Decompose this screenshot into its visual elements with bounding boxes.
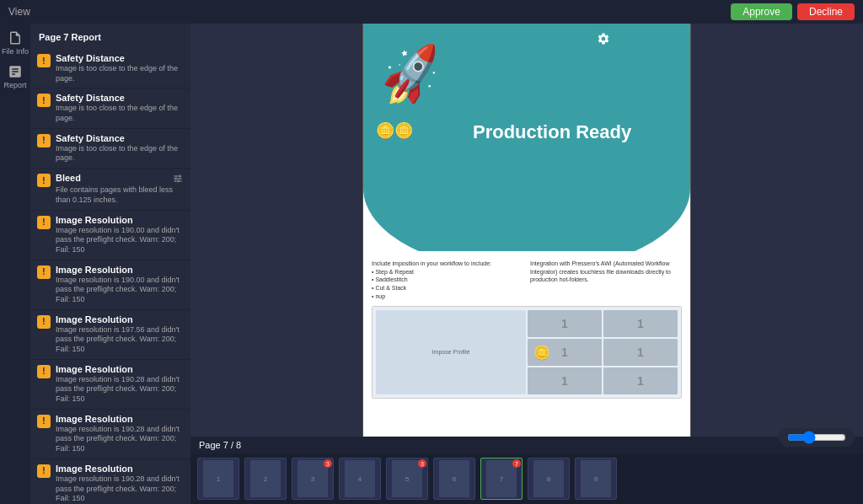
report-item-desc: Image resolution is 190.28 and didn't pa… bbox=[56, 375, 184, 405]
pdf-preview: PDF2PRESS 🚀 🪙🪙 Production Ready Include … bbox=[363, 24, 690, 437]
pdf-headline: Production Ready bbox=[473, 121, 682, 143]
report-item[interactable]: ! Safety Distance Image is too close to … bbox=[30, 88, 190, 128]
report-item-desc: Image resolution is 197.56 and didn't pa… bbox=[56, 325, 184, 355]
pdf-grid-cell: 1 bbox=[603, 310, 678, 337]
report-item-title: Image Resolution bbox=[56, 314, 184, 324]
zoom-bar bbox=[779, 428, 855, 447]
main-layout: File Info Report Page 7 Report ! Safety … bbox=[0, 24, 863, 504]
report-item-desc: Image resolution is 190.00 and didn't pa… bbox=[56, 276, 184, 305]
thumbnail-item[interactable]: 2 bbox=[244, 458, 287, 500]
warning-icon: ! bbox=[37, 174, 51, 187]
thumbnail-item[interactable]: 1 bbox=[197, 458, 239, 500]
thumbnail-item[interactable]: 4 bbox=[339, 458, 381, 500]
thumbnail-badge: 3 bbox=[324, 459, 332, 468]
page-bar: Page 7 / 8 bbox=[190, 437, 863, 453]
report-item-content: Safety Distance Image is too close to th… bbox=[56, 53, 184, 83]
thumbnail-badge: 7 bbox=[512, 459, 521, 468]
view-menu[interactable]: View bbox=[8, 6, 30, 18]
thumbnail-item[interactable]: 6 bbox=[433, 458, 475, 500]
report-item-title: Bleed bbox=[56, 173, 81, 183]
pdf-rocket: 🚀 bbox=[375, 40, 448, 110]
pdf-grid-cell: 1 bbox=[528, 367, 602, 394]
report-item-desc: File contains pages with bleed less than… bbox=[56, 185, 184, 205]
report-item[interactable]: ! Image Resolution Image resolution is 1… bbox=[30, 459, 190, 504]
pdf-bottom-content: Include imposition in your workflow to i… bbox=[363, 251, 690, 437]
pdf-col1-title: Include imposition in your workflow to i… bbox=[372, 260, 523, 268]
report-item-content: Image Resolution Image resolution is 197… bbox=[56, 314, 184, 355]
pdf-list-item: • Cut & Stack bbox=[372, 284, 523, 292]
pdf-grid: Impose Profile111111 bbox=[373, 307, 681, 398]
zoom-slider[interactable] bbox=[787, 431, 846, 444]
report-item[interactable]: ! Bleed File contains pages with bleed l… bbox=[30, 169, 190, 210]
page-image-container: PDF2PRESS 🚀 🪙🪙 Production Ready Include … bbox=[362, 24, 691, 437]
report-item-desc: Image is too close to the edge of the pa… bbox=[56, 144, 184, 164]
pdf-grid-cell: 1 bbox=[528, 310, 602, 337]
warning-icon: ! bbox=[37, 94, 51, 107]
sidebar-item-file-info[interactable]: File Info bbox=[2, 30, 29, 56]
report-item[interactable]: ! Image Resolution Image resolution is 1… bbox=[30, 360, 190, 410]
thumbnail-page-number: 2 bbox=[250, 460, 281, 497]
thumbnail-item[interactable]: 53 bbox=[386, 458, 428, 500]
pdf-col1-items: • Step & Repeat• Saddlestitch• Cut & Sta… bbox=[372, 268, 523, 301]
pdf-list-item: • Saddlestitch bbox=[372, 276, 523, 284]
report-item-content: Image Resolution Image resolution is 190… bbox=[56, 364, 184, 405]
report-item-title: Safety Distance bbox=[56, 53, 184, 63]
pdf-logo-text: PDF2PRESS bbox=[617, 33, 682, 46]
thumbnail-item[interactable]: 9 bbox=[575, 458, 617, 500]
report-item-content: Image Resolution Image resolution is 190… bbox=[56, 265, 184, 305]
file-info-label: File Info bbox=[2, 47, 29, 56]
report-item-desc: Image is too close to the edge of the pa… bbox=[56, 104, 184, 123]
bleed-settings-icon[interactable] bbox=[172, 173, 184, 185]
pdf-coin-overlay: 🪙 bbox=[533, 344, 550, 360]
pdf-list-item: • Step & Repeat bbox=[372, 268, 523, 276]
pdf-screenshot: Impose Profile111111 🪙 bbox=[372, 306, 682, 399]
decline-button[interactable]: Decline bbox=[797, 3, 855, 20]
thumbnail-item[interactable]: 77 bbox=[480, 458, 523, 500]
report-item-content: Safety Distance Image is too close to th… bbox=[56, 93, 184, 123]
report-item-desc: Image resolution is 190.28 and didn't pa… bbox=[56, 475, 184, 504]
warning-icon: ! bbox=[37, 315, 51, 329]
report-item[interactable]: ! Image Resolution Image resolution is 1… bbox=[30, 410, 190, 459]
thumbnail-item[interactable]: 8 bbox=[528, 458, 570, 500]
thumbnail-page-number: 7 bbox=[486, 460, 517, 497]
warning-icon: ! bbox=[37, 54, 51, 67]
report-items-list: ! Safety Distance Image is too close to … bbox=[30, 49, 190, 504]
report-label: Report bbox=[3, 81, 26, 89]
report-item[interactable]: ! Safety Distance Image is too close to … bbox=[30, 49, 190, 88]
report-item-title: Safety Distance bbox=[56, 93, 184, 103]
thumbnail-page-number: 9 bbox=[581, 460, 611, 497]
report-item-content: Bleed File contains pages with bleed les… bbox=[56, 173, 184, 205]
page-preview: PDF2PRESS 🚀 🪙🪙 Production Ready Include … bbox=[190, 24, 863, 437]
report-item[interactable]: ! Image Resolution Image resolution is 1… bbox=[30, 211, 190, 260]
pdf-grid-cell: 1 bbox=[603, 367, 678, 394]
thumbnail-page-number: 3 bbox=[297, 460, 328, 497]
warning-icon: ! bbox=[37, 415, 51, 428]
thumbnail-item[interactable]: 33 bbox=[292, 458, 334, 500]
report-item-desc: Image resolution is 190.00 and didn't pa… bbox=[56, 226, 184, 255]
report-item[interactable]: ! Image Resolution Image resolution is 1… bbox=[30, 310, 190, 360]
report-panel-title: Page 7 Report bbox=[30, 29, 190, 49]
pdf-coins: 🪙🪙 bbox=[376, 121, 413, 140]
thumbnail-page-number: 1 bbox=[203, 460, 233, 497]
thumbnail-page-number: 8 bbox=[533, 460, 564, 497]
report-item-title: Image Resolution bbox=[56, 215, 184, 225]
report-item[interactable]: ! Safety Distance Image is too close to … bbox=[30, 129, 190, 169]
report-item-desc: Image is too close to the edge of the pa… bbox=[56, 64, 184, 83]
report-item-title: Image Resolution bbox=[56, 364, 184, 374]
approve-button[interactable]: Approve bbox=[731, 3, 792, 20]
report-item-title: Image Resolution bbox=[56, 265, 184, 275]
report-item-content: Image Resolution Image resolution is 190… bbox=[56, 464, 184, 504]
pdf-grid-cell: 1 bbox=[603, 339, 678, 366]
thumbnail-strip: 123345367789 bbox=[190, 453, 863, 504]
thumbnail-page-number: 6 bbox=[439, 460, 469, 497]
report-item-content: Image Resolution Image resolution is 190… bbox=[56, 414, 184, 454]
warning-icon: ! bbox=[37, 464, 51, 478]
report-icon bbox=[8, 64, 23, 79]
pdf-col-1: Include imposition in your workflow to i… bbox=[372, 260, 523, 301]
sidebar-item-report[interactable]: Report bbox=[3, 64, 26, 89]
report-item-content: Safety Distance Image is too close to th… bbox=[56, 133, 184, 164]
warning-icon: ! bbox=[37, 134, 51, 147]
report-item[interactable]: ! Image Resolution Image resolution is 1… bbox=[30, 260, 190, 310]
file-info-icon bbox=[8, 30, 23, 46]
report-item-title: Safety Distance bbox=[56, 133, 184, 143]
